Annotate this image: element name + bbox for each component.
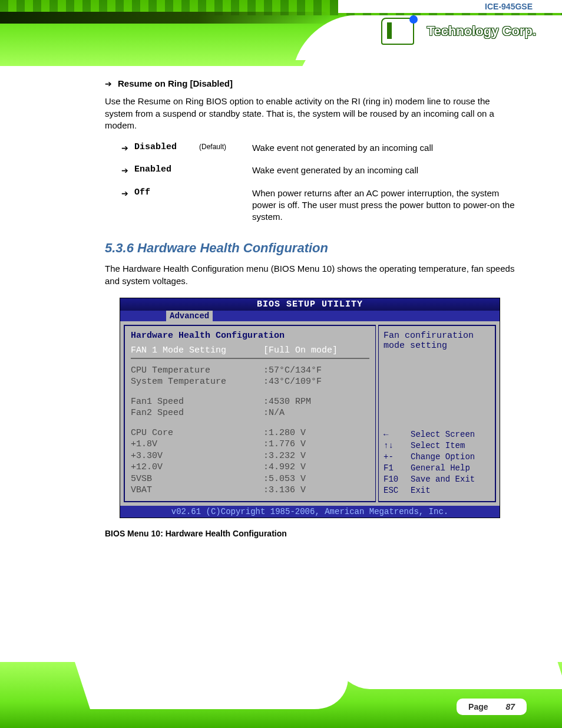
bios-panel-heading: Hardware Health Configuration: [131, 331, 369, 341]
bios-sel-value: [Full On mode]: [263, 345, 338, 355]
bios-reading-row: +12.0V:4.992 V: [131, 462, 369, 473]
bios-reading-value: :3.232 V: [263, 450, 306, 462]
bios-reading-label: VBAT: [131, 485, 263, 496]
bios-nav-key: ↑↓: [384, 440, 411, 452]
bios-reading-row: +3.30V:3.232 V: [131, 450, 369, 462]
bios-nav-key: F10: [384, 474, 411, 485]
bios-reading-row: VBAT:3.136 V: [131, 485, 369, 496]
bios-reading-row: CPU Core:1.280 V: [131, 427, 369, 439]
option-heading: ➔ Resume on Ring [Disabled]: [105, 78, 515, 90]
opt-disabled-desc: Wake event not generated by an incoming …: [252, 142, 433, 154]
bios-body: Hardware Health Configuration FAN 1 Mode…: [120, 321, 500, 506]
bios-reading-row: Fan1 Speed:4530 RPM: [131, 396, 369, 408]
bios-reading-row: Fan2 Speed:N/A: [131, 407, 369, 419]
bios-reading-value: :N/A: [263, 407, 285, 419]
bios-reading-label: +12.0V: [131, 462, 263, 473]
bios-title: BIOS SETUP UTILITY: [120, 298, 500, 311]
brand-text: Technology Corp.: [427, 24, 536, 39]
bios-sel-label: FAN 1 Mode Setting: [131, 345, 263, 355]
arrow-right-icon: ➔: [105, 78, 112, 90]
opt-off-desc: When power returns after an AC power int…: [252, 187, 515, 223]
bios-reading-label: +3.30V: [131, 450, 263, 462]
bios-help-line1: Fan confiruration: [384, 331, 490, 341]
bios-reading-label: System Temperature: [131, 376, 263, 388]
bios-reading-label: 5VSB: [131, 473, 263, 485]
bios-reading-value: :1.776 V: [263, 439, 306, 450]
brand-logo: ® Technology Corp.: [381, 18, 536, 45]
bios-reading-label: Fan2 Speed: [131, 407, 263, 419]
iei-logo-icon: [381, 18, 414, 45]
bios-reading-label: Fan1 Speed: [131, 396, 263, 408]
bios-nav-row: +-Change Option: [384, 452, 490, 463]
option-enabled: ➔ Enabled Wake event generated by an inc…: [121, 164, 515, 176]
bios-reading-value: :4530 RPM: [263, 396, 311, 408]
bios-nav-desc: Select Screen: [411, 429, 475, 440]
opt-enabled-label: Enabled: [134, 164, 193, 174]
bios-reading-row: 5VSB:5.053 V: [131, 473, 369, 485]
bios-nav-key: +-: [384, 452, 411, 463]
bios-nav-row: F10Save and Exit: [384, 474, 490, 485]
bios-reading-row: +1.8V:1.776 V: [131, 439, 369, 450]
option-off: ➔ Off When power returns after an AC pow…: [121, 187, 515, 223]
bios-reading-value: :3.136 V: [263, 485, 306, 496]
bios-nav-row: ←Select Screen: [384, 429, 490, 440]
opt-off-label: Off: [134, 187, 193, 197]
footer-curve-2: [334, 662, 562, 689]
opt-disabled-default: (Default): [199, 142, 246, 151]
resume-on-ring-desc: Use the Resume on Ring BIOS option to en…: [105, 95, 515, 131]
bios-tab-advanced[interactable]: Advanced: [166, 311, 213, 321]
opt-disabled-label: Disabled: [134, 142, 193, 152]
arrow-right-icon: ➔: [121, 164, 128, 176]
bios-reading-row: System Temperature:43°C/109°F: [131, 376, 369, 388]
section-desc: The Hardware Health Configuration menu (…: [105, 263, 515, 287]
footer-band: Page 87: [0, 662, 562, 728]
bios-nav-key: F1: [384, 463, 411, 474]
page-content: ➔ Resume on Ring [Disabled] Use the Resu…: [0, 66, 562, 662]
bios-nav-key: ESC: [384, 485, 411, 496]
header-band: ICE-945GSE ® Technology Corp.: [0, 0, 562, 66]
bios-screenshot: BIOS SETUP UTILITY Advanced Hardware Hea…: [120, 298, 500, 518]
page-no: 87: [505, 702, 515, 711]
option-disabled: ➔ Disabled (Default) Wake event not gene…: [121, 142, 515, 154]
bios-tab-bar: Advanced: [120, 311, 500, 321]
arrow-right-icon: ➔: [121, 142, 128, 154]
bios-nav-row: F1General Help: [384, 463, 490, 474]
bios-divider: [131, 358, 369, 359]
bios-reading-row: CPU Temperature:57°C/134°F: [131, 365, 369, 377]
bios-reading-label: +1.8V: [131, 439, 263, 450]
resume-on-ring-heading: Resume on Ring [Disabled]: [118, 78, 233, 90]
bios-left-panel: Hardware Health Configuration FAN 1 Mode…: [124, 325, 376, 502]
bios-nav-row: ESCExit: [384, 485, 490, 496]
bios-right-panel: Fan confiruration mode setting ←Select S…: [378, 325, 496, 502]
bios-reading-value: :5.053 V: [263, 473, 306, 485]
bios-nav-help: ←Select Screen↑↓Select Item+-Change Opti…: [384, 429, 490, 496]
section-heading: 5.3.6 Hardware Health Configuration: [105, 241, 515, 256]
bios-nav-desc: Save and Exit: [411, 474, 475, 485]
bios-caption: BIOS Menu 10: Hardware Health Configurat…: [105, 529, 515, 538]
bios-reading-value: :57°C/134°F: [263, 365, 322, 377]
opt-enabled-desc: Wake event generated by an incoming call: [252, 164, 418, 176]
bios-nav-desc: Select Item: [411, 440, 465, 452]
arrow-right-icon: ➔: [121, 187, 128, 199]
product-name: ICE-945GSE: [338, 0, 562, 13]
bios-nav-desc: Exit: [411, 485, 431, 496]
bios-reading-value: :1.280 V: [263, 427, 306, 439]
bios-footer: v02.61 (C)Copyright 1985-2006, American …: [120, 506, 500, 518]
page-number: Page 87: [457, 699, 527, 715]
page-label: Page: [468, 702, 488, 711]
bios-help-text: Fan confiruration mode setting: [384, 331, 490, 351]
bios-selected-option[interactable]: FAN 1 Mode Setting [Full On mode]: [131, 345, 369, 355]
bios-nav-row: ↑↓Select Item: [384, 440, 490, 452]
registered-mark: ®: [418, 27, 424, 36]
bios-reading-value: :4.992 V: [263, 462, 306, 473]
bios-reading-label: CPU Core: [131, 427, 263, 439]
bios-nav-key: ←: [384, 429, 411, 440]
bios-reading-value: :43°C/109°F: [263, 376, 322, 388]
bios-nav-desc: General Help: [411, 463, 470, 474]
header-accent: [0, 12, 330, 24]
bios-help-line2: mode setting: [384, 341, 490, 351]
bios-nav-desc: Change Option: [411, 452, 475, 463]
bios-reading-label: CPU Temperature: [131, 365, 263, 377]
footer-curve: [75, 662, 361, 709]
